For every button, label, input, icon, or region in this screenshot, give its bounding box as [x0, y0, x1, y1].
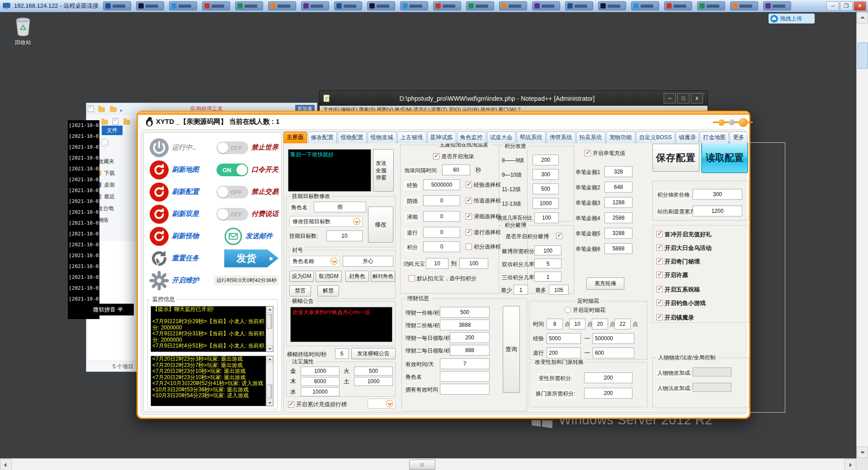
gender-points-input[interactable]: 200 [584, 372, 632, 383]
feature-checkbox[interactable] [656, 231, 663, 237]
tab-拍卖系统[interactable]: 拍卖系统 [576, 132, 605, 143]
gender-points-input[interactable]: 200 [584, 388, 632, 399]
tab-主界面[interactable]: 主界面 [283, 132, 307, 143]
fireworks-exp-max-input[interactable]: 500000 [593, 333, 634, 344]
tab-镇魔录[interactable]: 镇魔录 [676, 132, 699, 143]
tab-更多[interactable]: 更多 [730, 132, 747, 143]
rdp-close-button[interactable]: × [854, 1, 866, 11]
magic-attack-input[interactable] [693, 383, 731, 392]
stat-input[interactable]: 0 [423, 195, 460, 206]
level-points-input[interactable]: 300 [533, 169, 559, 180]
toggle-switch[interactable]: ON [217, 164, 248, 176]
taskbar-item[interactable] [235, 1, 263, 10]
tab-怪物攻城[interactable]: 怪物攻城 [368, 132, 396, 143]
stat-input[interactable]: 0 [423, 227, 460, 238]
scroll-right-icon[interactable] [844, 459, 856, 470]
gamble-input[interactable]: 1 [534, 272, 561, 282]
reset-task-label[interactable]: 重置任务 [172, 254, 219, 263]
feature-checkbox[interactable] [656, 314, 663, 320]
npp-minimize-button[interactable]: – [664, 93, 676, 103]
cost-max-input[interactable]: 100 [459, 258, 488, 269]
feature-checkbox[interactable] [656, 258, 663, 264]
deduct-checkbox[interactable] [409, 275, 415, 282]
cost-min-input[interactable]: 10 [426, 258, 448, 269]
unban-role-button[interactable]: 解封角色 [371, 271, 395, 282]
refresh-icon[interactable] [149, 182, 169, 202]
level-points-input[interactable]: 1000 [533, 198, 559, 209]
action-label[interactable]: 运行中.. [172, 143, 217, 152]
element-input[interactable]: 1000 [354, 377, 393, 386]
send-banner-button[interactable]: 发送横幅公告 [351, 348, 396, 359]
element-input[interactable]: 6000 [301, 377, 340, 386]
doc-check-icon[interactable] [113, 118, 118, 125]
finance-input[interactable]: 888 [450, 345, 490, 356]
taskbar-item[interactable] [202, 1, 230, 10]
taskbar-item[interactable] [499, 1, 527, 10]
gm-titlebar[interactable]: XYTD _【亲测源码网】 当前在线人数 : 1 [138, 115, 749, 129]
tab-上古秘境[interactable]: 上古秘境 [397, 132, 426, 143]
scrollbar[interactable] [266, 306, 273, 352]
refresh-icon[interactable] [149, 204, 169, 224]
drag-upload-button[interactable]: 拖拽上传 [769, 14, 815, 24]
amount-input[interactable]: 1288 [604, 197, 632, 208]
horizontal-scrollbar[interactable] [0, 458, 856, 470]
amount-input[interactable]: 2588 [604, 212, 632, 223]
gamble-enable-checkbox[interactable] [556, 233, 562, 239]
gm-maximize-button[interactable] [729, 119, 735, 125]
single-recharge-checkbox[interactable] [585, 150, 591, 156]
skill-type-combo[interactable]: 修改技能目标数 [289, 216, 363, 227]
scroll-up-icon[interactable] [266, 356, 273, 362]
taskbar-item[interactable] [169, 1, 197, 10]
recycle-bin[interactable]: 回收站 [8, 15, 38, 47]
scroll-down-icon[interactable] [266, 345, 273, 352]
amount-input[interactable]: 3288 [604, 228, 632, 239]
action-label[interactable]: 刷新双星 [172, 210, 217, 218]
lottery-price-input[interactable]: 300 [693, 189, 742, 200]
cancel-gm-button[interactable]: 取消GM [316, 271, 342, 282]
npp-maximize-button[interactable]: □ [677, 93, 689, 103]
street-recharge-input[interactable]: 1200 [693, 206, 742, 216]
tab-打金地图[interactable]: 打金地图 [700, 132, 729, 143]
amount-input[interactable]: 328 [604, 166, 632, 177]
role-name-input[interactable]: 假 [314, 202, 366, 212]
firework-hour-input[interactable]: 8 [547, 319, 563, 329]
taskbar-item[interactable] [664, 1, 692, 10]
finance-input[interactable]: 3888 [440, 320, 490, 330]
stat-checkbox[interactable] [466, 197, 472, 204]
fireworks-enable-radio[interactable] [565, 307, 571, 313]
popup-message-box[interactable]: 重启一下很快就好 [288, 149, 371, 192]
element-input[interactable]: 1000 [301, 367, 340, 376]
taskbar-item[interactable] [103, 1, 131, 10]
taskbar-item[interactable] [598, 1, 626, 10]
notepadpp-titlebar[interactable]: D:\phpstudy_pro\WWW\wd\gm\index.php - No… [320, 91, 708, 106]
carousel-button[interactable]: 累充轮播 [586, 277, 624, 290]
fireworks-dao-max-input[interactable]: 600 [593, 348, 634, 358]
taskbar-item[interactable] [367, 1, 395, 10]
finance-input[interactable] [440, 371, 490, 382]
gamble-min-input[interactable]: 1 [514, 285, 528, 295]
new-item-icon[interactable] [88, 105, 94, 112]
toggle-switch[interactable]: OFF [217, 208, 248, 221]
folder-icon[interactable] [98, 107, 105, 112]
vertical-scrollbar[interactable] [856, 12, 868, 458]
toggle-switch[interactable]: OFF [217, 186, 248, 198]
refresh-icon[interactable] [149, 160, 169, 180]
stat-input[interactable]: 0 [423, 211, 460, 222]
ban-role-combo[interactable]: 角色名称 [289, 256, 340, 267]
scroll-down-icon[interactable] [266, 400, 273, 406]
scrollbar[interactable] [266, 356, 273, 406]
level-points-input[interactable]: 500 [533, 183, 559, 194]
folder-icon[interactable] [110, 107, 117, 112]
refresh-monster-label[interactable]: 刷新怪物 [172, 232, 219, 240]
interval-input[interactable]: 60 [442, 164, 470, 175]
fireworks-dao-min-input[interactable]: 200 [547, 348, 581, 358]
scroll-thumb[interactable] [858, 42, 868, 69]
taskbar-item[interactable] [268, 1, 296, 10]
feature-checkbox[interactable] [656, 286, 663, 292]
finance-input[interactable] [440, 384, 490, 395]
scroll-thumb[interactable] [409, 460, 435, 470]
element-input[interactable]: 10000 [301, 387, 340, 396]
tab-修改配置[interactable]: 修改配置 [308, 132, 337, 143]
taskbar-item[interactable] [763, 1, 791, 10]
taskbar-item[interactable] [466, 1, 494, 10]
